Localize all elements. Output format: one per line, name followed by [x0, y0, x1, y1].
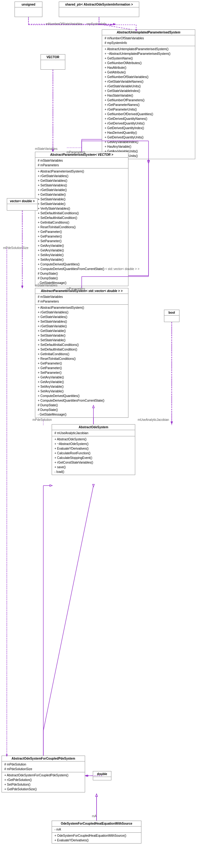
svg-marker-14: [147, 160, 149, 163]
diagram-container: unsigned shared_ptr< AbstractOdeSystemIn…: [0, 0, 207, 868]
apsv-methods: + AbstractParameterisedSystem() + rGetSt…: [35, 305, 128, 417]
svg-marker-64: [96, 794, 98, 797]
vector-box: VECTOR: [40, 54, 65, 70]
unsigned-box: unsigned: [14, 2, 42, 17]
abstract-parameterised-stdvector-box: AbstractParameterisedSystem< std::vector…: [35, 288, 129, 418]
label-stdvec: < std::vector< double > >: [105, 267, 140, 271]
bool-box: bool: [164, 310, 179, 322]
svg-marker-21: [147, 160, 149, 163]
label-mparam1: mParameters: [67, 151, 85, 154]
ode-coupled-heat-title: OdeSystemForCoupledHeatEquationWithSourc…: [52, 821, 141, 827]
svg-marker-50: [21, 286, 23, 288]
abstract-untemplated-title: AbstractUntemplatedParameterisedSystem: [102, 30, 195, 35]
abstract-untemplated-methods: + AbstractUntemplatedParameterisedSystem…: [102, 46, 195, 159]
abstract-ode-coupled-pde-title: AbstractOdeSystemForCoupledPdeSystem: [2, 756, 85, 762]
abstract-untemplated-fields: # mNumberOfStateVariables # mpSystemInfo: [102, 35, 195, 46]
double-box: double: [93, 771, 111, 780]
svg-marker-30: [85, 775, 88, 777]
sharedptr-title: shared_ptr< AbstractOdeSystemInformation…: [59, 2, 139, 7]
apv-fields: # mStateVariables # mParameters: [35, 158, 128, 168]
svg-marker-32: [96, 794, 98, 797]
ode-coupled-heat-box: OdeSystemForCoupledHeatEquationWithSourc…: [52, 820, 141, 843]
label-mnumber: mNumberOfStateVariables: [46, 22, 82, 26]
svg-line-27: [43, 486, 94, 731]
vector-double-box: vector< double >: [7, 198, 38, 211]
vector-title: VECTOR: [41, 55, 65, 60]
svg-marker-5: [113, 23, 116, 25]
svg-marker-55: [171, 422, 173, 425]
svg-marker-23: [171, 422, 173, 424]
aos-fields: # mUseAnalyticJacobian: [52, 430, 135, 436]
label-ma: mA: [92, 814, 97, 818]
bool-title: bool: [164, 310, 179, 315]
unsigned-title: unsigned: [15, 2, 42, 7]
abstract-ode-system-box: AbstractOdeSystem # mUseAnalyticJacobian…: [52, 424, 135, 475]
och-fields: - mA: [52, 827, 141, 833]
aocp-methods: + AbstractOdeSystemForCoupledPdeSystem()…: [2, 772, 85, 792]
vector-double-title: vector< double >: [7, 198, 37, 204]
label-mpsysteminfo: mpSystemInfo: [87, 22, 106, 26]
label-mpdesolutionsize: mPdeSolutionSize: [3, 246, 29, 250]
label-mstate1: mStateVariables: [35, 147, 58, 151]
label-mparam2: mParameters: [67, 287, 85, 290]
double-title: double: [93, 771, 111, 777]
abstract-ode-coupled-pde-box: AbstractOdeSystemForCoupledPdeSystem # m…: [2, 755, 85, 793]
sharedptr-box: shared_ptr< AbstractOdeSystemInformation…: [59, 2, 139, 17]
label-museanalyticjacobian: mUseAnalyticJacobian: [138, 418, 169, 422]
label-mpdesolution: mPdeSolution: [33, 418, 52, 422]
svg-marker-17: [21, 286, 23, 288]
label-mstate2: mStateVariables: [35, 284, 58, 287]
abstract-untemplated-box: AbstractUntemplatedParameterisedSystem #…: [102, 29, 195, 159]
apsv-fields: # mStateVariables # mParameters: [35, 294, 128, 305]
svg-marker-28: [93, 484, 94, 487]
och-methods: + OdeSystemForCoupledHeatEquationWithSou…: [52, 833, 141, 843]
svg-marker-48: [147, 161, 149, 163]
abstract-parameterised-vector-box: AbstractParameterisedSystem< VECTOR > # …: [35, 152, 129, 286]
svg-marker-60: [50, 485, 52, 487]
svg-marker-38: [110, 24, 113, 26]
abstract-ode-system-title: AbstractOdeSystem: [52, 425, 135, 430]
aocp-fields: # mPdeSolution # mPdeSolutionSize: [2, 762, 85, 772]
aos-methods: + AbstractOdeSystem() + ~AbstractOdeSyst…: [52, 436, 135, 475]
